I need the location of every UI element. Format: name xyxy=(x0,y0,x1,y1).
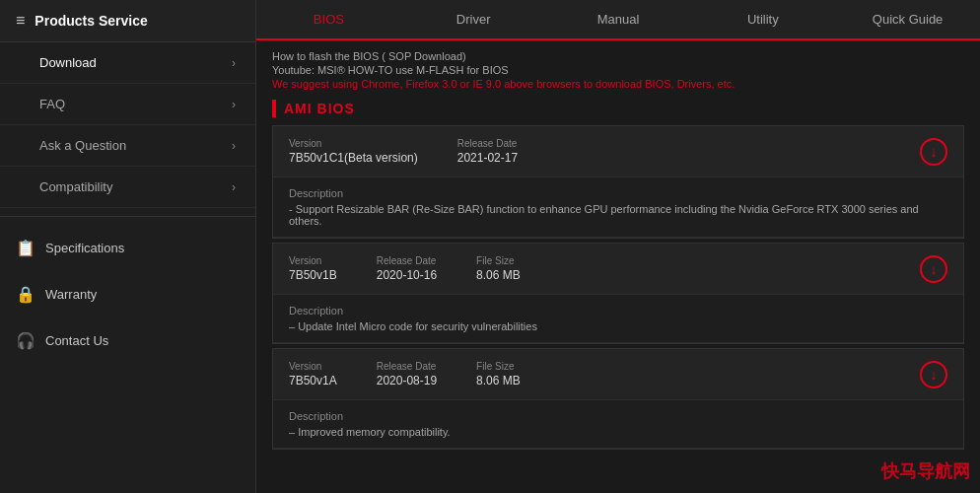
tab-bios[interactable]: BIOS xyxy=(256,0,401,40)
size-value-3: 8.06 MB xyxy=(476,374,521,387)
bios-entry-1-desc: Description - Support Resizable BAR (Re-… xyxy=(273,177,963,238)
bios-entry-3-header: Version 7B50v1A Release Date 2020-08-19 … xyxy=(273,349,963,400)
warranty-icon: 🔒 xyxy=(16,285,35,304)
date-value-1: 2021-02-17 xyxy=(457,151,518,165)
tab-utility[interactable]: Utility xyxy=(690,0,835,38)
chevron-icon: › xyxy=(232,139,236,153)
version-field-3: Version 7B50v1A xyxy=(289,361,337,387)
date-label-3: Release Date xyxy=(377,361,437,372)
bios-entry-2-desc: Description – Update Intel Micro code fo… xyxy=(273,295,963,343)
contact-icon: 🎧 xyxy=(16,331,35,350)
desc-text-3: – Improved memory compatibility. xyxy=(289,426,947,438)
main-content: BIOS Driver Manual Utility Quick Guide H… xyxy=(256,0,980,493)
chevron-icon: › xyxy=(232,56,236,70)
sidebar: ≡ Products Service Download › FAQ › Ask … xyxy=(0,0,256,493)
date-value-3: 2020-08-19 xyxy=(377,374,437,387)
bios-entry-2-header: Version 7B50v1B Release Date 2020-10-16 … xyxy=(273,244,963,295)
size-label-2: File Size xyxy=(476,255,521,266)
bios-entry-2: Version 7B50v1B Release Date 2020-10-16 … xyxy=(272,243,964,344)
date-label-1: Release Date xyxy=(457,138,518,149)
download-button-2[interactable]: ↓ xyxy=(920,255,947,283)
version-label-3: Version xyxy=(289,361,337,372)
bios-entry-1-header: Version 7B50v1C1(Beta version) Release D… xyxy=(273,126,963,177)
date-field-2: Release Date 2020-10-16 xyxy=(377,255,437,282)
date-field-1: Release Date 2021-02-17 xyxy=(457,138,518,165)
divider xyxy=(0,216,255,217)
tab-quickguide[interactable]: Quick Guide xyxy=(835,0,980,38)
sidebar-item-contact[interactable]: 🎧 Contact Us xyxy=(0,317,255,364)
section-title: AMI BIOS xyxy=(284,101,355,116)
section-bar xyxy=(272,100,276,117)
warning-text: We suggest using Chrome, Firefox 3.0 or … xyxy=(272,78,964,90)
version-label-2: Version xyxy=(289,255,337,266)
sidebar-item-warranty[interactable]: 🔒 Warranty xyxy=(0,271,255,317)
date-label-2: Release Date xyxy=(377,255,437,266)
sidebar-item-label: Warranty xyxy=(45,287,97,302)
version-field-2: Version 7B50v1B xyxy=(289,255,337,282)
version-value-1: 7B50v1C1(Beta version) xyxy=(289,151,418,165)
sidebar-header: ≡ Products Service xyxy=(0,0,255,42)
chevron-icon: › xyxy=(232,98,236,111)
sidebar-item-label: Ask a Question xyxy=(39,138,126,153)
info-line-1: How to flash the BIOS ( SOP Download) xyxy=(272,50,964,62)
tab-driver[interactable]: Driver xyxy=(401,0,546,38)
desc-text-2: – Update Intel Micro code for security v… xyxy=(289,320,947,332)
desc-label-1: Description xyxy=(289,187,947,199)
sidebar-item-label: Download xyxy=(39,55,97,70)
sidebar-item-label: FAQ xyxy=(39,97,65,111)
chevron-icon: › xyxy=(232,180,236,194)
sidebar-item-faq[interactable]: FAQ › xyxy=(0,84,255,125)
watermark: 快马导航网 xyxy=(881,459,970,483)
desc-text-1: - Support Resizable BAR (Re-Size BAR) fu… xyxy=(289,203,947,227)
menu-icon: ≡ xyxy=(16,12,25,30)
size-field-2: File Size 8.06 MB xyxy=(476,255,521,282)
size-value-2: 8.06 MB xyxy=(476,268,521,282)
sidebar-title: Products Service xyxy=(35,13,147,29)
sidebar-item-label: Contact Us xyxy=(45,333,108,348)
specifications-icon: 📋 xyxy=(16,239,35,257)
tab-bar: BIOS Driver Manual Utility Quick Guide xyxy=(256,0,980,40)
bios-entry-3: Version 7B50v1A Release Date 2020-08-19 … xyxy=(272,348,964,450)
version-value-3: 7B50v1A xyxy=(289,374,337,387)
content-area: How to flash the BIOS ( SOP Download) Yo… xyxy=(256,40,980,493)
bios-entry-1: Version 7B50v1C1(Beta version) Release D… xyxy=(272,125,964,239)
version-field-1: Version 7B50v1C1(Beta version) xyxy=(289,138,418,165)
date-field-3: Release Date 2020-08-19 xyxy=(377,361,437,387)
download-button-3[interactable]: ↓ xyxy=(920,361,947,388)
info-line-2: Youtube: MSI® HOW-TO use M-FLASH for BIO… xyxy=(272,64,964,76)
tab-manual[interactable]: Manual xyxy=(546,0,691,38)
sidebar-item-compatibility[interactable]: Compatibility › xyxy=(0,167,255,208)
size-field-3: File Size 8.06 MB xyxy=(476,361,521,387)
desc-label-3: Description xyxy=(289,410,947,422)
sidebar-item-specifications[interactable]: 📋 Specifications xyxy=(0,225,255,271)
sidebar-item-label: Specifications xyxy=(45,241,124,255)
bios-entry-3-desc: Description – Improved memory compatibil… xyxy=(273,400,963,449)
size-label-3: File Size xyxy=(476,361,521,372)
sidebar-item-download[interactable]: Download › xyxy=(0,42,255,84)
sidebar-item-label: Compatibility xyxy=(39,179,112,194)
section-header: AMI BIOS xyxy=(272,100,964,117)
version-value-2: 7B50v1B xyxy=(289,268,337,282)
version-label-1: Version xyxy=(289,138,418,149)
sidebar-nav: Download › FAQ › Ask a Question › Compat… xyxy=(0,42,255,208)
download-button-1[interactable]: ↓ xyxy=(920,138,947,166)
sidebar-item-ask[interactable]: Ask a Question › xyxy=(0,125,255,167)
desc-label-2: Description xyxy=(289,305,947,317)
date-value-2: 2020-10-16 xyxy=(377,268,437,282)
